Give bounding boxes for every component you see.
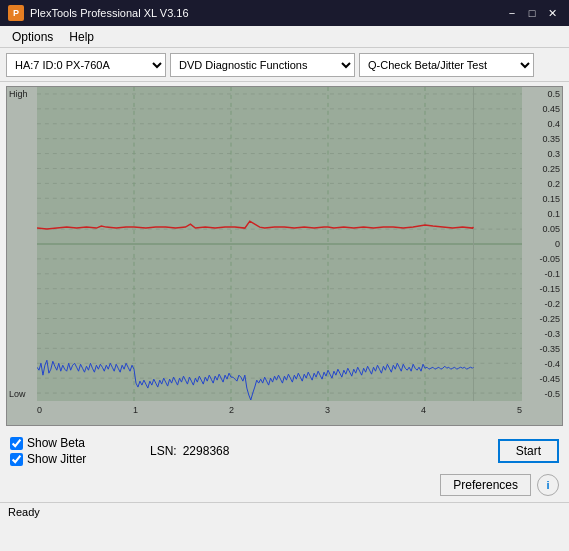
x-label-3: 3 bbox=[325, 405, 330, 425]
y-axis-left-bottom: Low bbox=[9, 389, 35, 399]
y-right--0.1: -0.1 bbox=[524, 269, 560, 279]
y-right--0.15: -0.15 bbox=[524, 284, 560, 294]
preferences-row: Preferences i bbox=[0, 472, 569, 502]
drive-select[interactable]: HA:7 ID:0 PX-760A bbox=[6, 53, 166, 77]
show-jitter-label: Show Jitter bbox=[27, 452, 86, 466]
chart-svg bbox=[37, 87, 522, 401]
preferences-button[interactable]: Preferences bbox=[440, 474, 531, 496]
y-right-0.2: 0.2 bbox=[524, 179, 560, 189]
y-right--0.35: -0.35 bbox=[524, 344, 560, 354]
y-right--0.5: -0.5 bbox=[524, 389, 560, 399]
y-right-0.1: 0.1 bbox=[524, 209, 560, 219]
info-button[interactable]: i bbox=[537, 474, 559, 496]
y-right-0.3: 0.3 bbox=[524, 149, 560, 159]
status-bar: Ready bbox=[0, 502, 569, 524]
minimize-button[interactable]: − bbox=[503, 5, 521, 21]
maximize-button[interactable]: □ bbox=[523, 5, 541, 21]
show-jitter-row: Show Jitter bbox=[10, 452, 130, 466]
y-axis-left-top: High bbox=[9, 89, 35, 99]
window-controls: − □ ✕ bbox=[503, 5, 561, 21]
show-beta-label: Show Beta bbox=[27, 436, 85, 450]
y-axis-left: High Low bbox=[7, 87, 37, 401]
x-label-0: 0 bbox=[37, 405, 42, 425]
show-beta-row: Show Beta bbox=[10, 436, 130, 450]
app-icon: P bbox=[8, 5, 24, 21]
lsn-value: 2298368 bbox=[183, 444, 230, 458]
checkboxes: Show Beta Show Jitter bbox=[10, 436, 130, 466]
y-right--0.25: -0.25 bbox=[524, 314, 560, 324]
title-bar: P PlexTools Professional XL V3.16 − □ ✕ bbox=[0, 0, 569, 26]
function-select[interactable]: DVD Diagnostic Functions bbox=[170, 53, 355, 77]
y-right-0: 0 bbox=[524, 239, 560, 249]
chart-inner bbox=[37, 87, 522, 401]
title-bar-left: P PlexTools Professional XL V3.16 bbox=[8, 5, 189, 21]
y-right-0.5: 0.5 bbox=[524, 89, 560, 99]
y-right--0.3: -0.3 bbox=[524, 329, 560, 339]
x-label-5: 5 bbox=[517, 405, 522, 425]
x-label-1: 1 bbox=[133, 405, 138, 425]
toolbar: HA:7 ID:0 PX-760A DVD Diagnostic Functio… bbox=[0, 48, 569, 82]
y-right-0.25: 0.25 bbox=[524, 164, 560, 174]
y-right--0.2: -0.2 bbox=[524, 299, 560, 309]
lsn-label: LSN: bbox=[150, 444, 177, 458]
close-button[interactable]: ✕ bbox=[543, 5, 561, 21]
menu-options[interactable]: Options bbox=[4, 28, 61, 46]
x-axis: 0 1 2 3 4 5 bbox=[37, 401, 522, 425]
start-button[interactable]: Start bbox=[498, 439, 559, 463]
y-right--0.45: -0.45 bbox=[524, 374, 560, 384]
chart-container: High Low bbox=[6, 86, 563, 426]
lsn-area: LSN: 2298368 bbox=[150, 444, 229, 458]
y-right--0.4: -0.4 bbox=[524, 359, 560, 369]
menu-help[interactable]: Help bbox=[61, 28, 102, 46]
x-label-2: 2 bbox=[229, 405, 234, 425]
x-label-4: 4 bbox=[421, 405, 426, 425]
status-text: Ready bbox=[8, 506, 40, 518]
y-right-0.4: 0.4 bbox=[524, 119, 560, 129]
y-right-0.15: 0.15 bbox=[524, 194, 560, 204]
window-title: PlexTools Professional XL V3.16 bbox=[30, 7, 189, 19]
bottom-panel: Show Beta Show Jitter LSN: 2298368 Start bbox=[0, 430, 569, 472]
test-select[interactable]: Q-Check Beta/Jitter Test bbox=[359, 53, 534, 77]
y-right-0.45: 0.45 bbox=[524, 104, 560, 114]
y-right-0.35: 0.35 bbox=[524, 134, 560, 144]
y-axis-right: 0.5 0.45 0.4 0.35 0.3 0.25 0.2 0.15 0.1 … bbox=[522, 87, 562, 401]
y-right--0.05: -0.05 bbox=[524, 254, 560, 264]
show-beta-checkbox[interactable] bbox=[10, 437, 23, 450]
show-jitter-checkbox[interactable] bbox=[10, 453, 23, 466]
y-right-0.05: 0.05 bbox=[524, 224, 560, 234]
menu-bar: Options Help bbox=[0, 26, 569, 48]
